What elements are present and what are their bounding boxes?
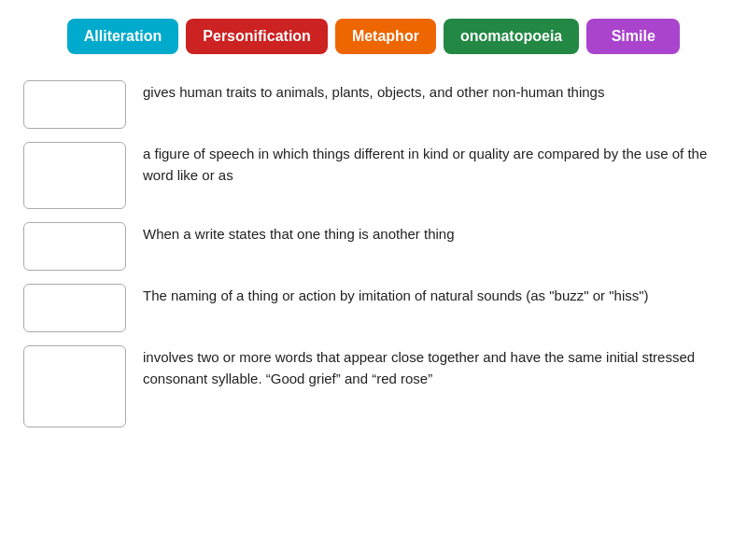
answer-box[interactable] (23, 80, 126, 129)
answer-box[interactable] (23, 142, 126, 209)
definition-text-alliteration-def: involves two or more words that appear c… (143, 345, 724, 389)
definition-row: The naming of a thing or action by imita… (23, 284, 724, 332)
tag-simile[interactable]: Simile (586, 19, 680, 54)
tag-alliteration[interactable]: Alliteration (67, 19, 179, 54)
tags-row: AlliterationPersonificationMetaphoronoma… (23, 19, 724, 54)
answer-box[interactable] (23, 345, 126, 427)
tag-metaphor[interactable]: Metaphor (335, 19, 436, 54)
tag-personification[interactable]: Personification (186, 19, 328, 54)
tag-onomatopoeia[interactable]: onomatopoeia (444, 19, 579, 54)
definition-row: When a write states that one thing is an… (23, 222, 724, 271)
definition-row: involves two or more words that appear c… (23, 345, 724, 427)
definition-text-metaphor-def: When a write states that one thing is an… (143, 222, 455, 245)
definition-text-onomatopoeia-def: The naming of a thing or action by imita… (143, 284, 649, 307)
answer-box[interactable] (23, 284, 126, 332)
definitions-list: gives human traits to animals, plants, o… (23, 80, 724, 427)
definition-row: a figure of speech in which things diffe… (23, 142, 724, 209)
definition-text-personification-def: gives human traits to animals, plants, o… (143, 80, 604, 104)
definition-row: gives human traits to animals, plants, o… (23, 80, 724, 129)
answer-box[interactable] (23, 222, 126, 271)
definition-text-simile-def: a figure of speech in which things diffe… (143, 142, 724, 186)
